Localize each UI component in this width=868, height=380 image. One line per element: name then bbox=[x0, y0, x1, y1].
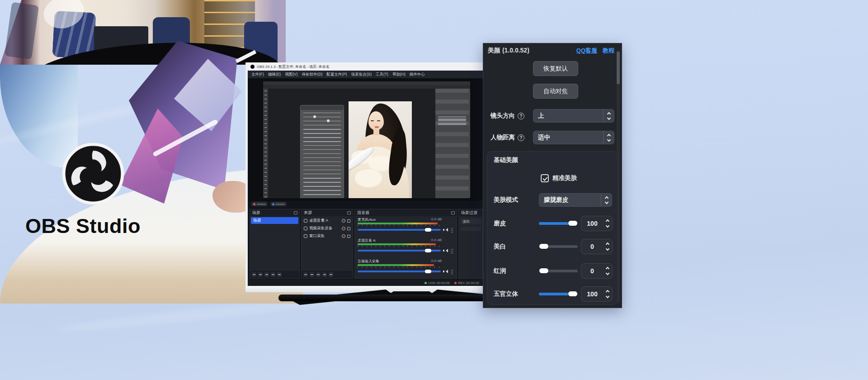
add-icon[interactable] bbox=[252, 272, 256, 277]
transition-dock-header[interactable]: 场景过渡 bbox=[459, 209, 482, 216]
select-spinner-icon[interactable] bbox=[603, 109, 614, 122]
menu-tools[interactable]: 工具(T) bbox=[376, 72, 388, 77]
speaker-icon[interactable] bbox=[443, 228, 447, 232]
spinbox-arrows-icon[interactable] bbox=[606, 287, 609, 301]
scene-item-selected[interactable]: 场景 bbox=[251, 217, 298, 224]
lock-icon[interactable] bbox=[347, 227, 350, 230]
volume-slider[interactable] bbox=[358, 271, 441, 272]
ps-dialog-art bbox=[300, 105, 344, 198]
rosy-slider[interactable] bbox=[539, 270, 578, 272]
volume-slider-handle[interactable] bbox=[425, 249, 431, 252]
rosy-slider-row: 红润 0 bbox=[487, 263, 618, 279]
remove-icon[interactable] bbox=[310, 272, 314, 277]
smoothing-spinbox[interactable]: 100 bbox=[581, 216, 613, 231]
move-up-icon[interactable] bbox=[271, 272, 275, 277]
menu-profile[interactable]: 配置文件(P) bbox=[326, 72, 347, 77]
slider-handle[interactable] bbox=[539, 268, 549, 274]
preview-chip[interactable] bbox=[270, 202, 287, 206]
qq-support-link[interactable]: QQ客服 bbox=[576, 47, 597, 55]
properties-icon[interactable] bbox=[316, 272, 321, 277]
visibility-icon[interactable] bbox=[342, 227, 345, 230]
menu-view[interactable]: 视图(V) bbox=[285, 72, 297, 77]
beauty-panel-title: 美颜 (1.0.0.52) bbox=[488, 47, 571, 55]
transition-dock: 场景过渡 淡出 bbox=[458, 209, 483, 279]
photoshop-capture bbox=[263, 81, 470, 198]
channel-options-icon[interactable] bbox=[450, 269, 454, 275]
preview-chip[interactable] bbox=[251, 202, 268, 206]
channel-options-icon[interactable] bbox=[450, 248, 454, 254]
audio-source-icon bbox=[304, 219, 307, 223]
add-icon[interactable] bbox=[303, 272, 308, 277]
source-row[interactable]: 窗口采集 bbox=[302, 233, 352, 240]
mixer-channel: 音频输入采集 0.0 dB bbox=[356, 258, 455, 280]
slider-handle[interactable] bbox=[539, 243, 549, 249]
whitening-slider[interactable] bbox=[539, 245, 578, 248]
basic-beauty-group: 基础美颜 精准美肤 美肤模式 朦胧磨皮 磨皮 100 bbox=[487, 151, 618, 305]
skin-mode-select[interactable]: 朦胧磨皮 bbox=[539, 193, 612, 207]
volume-slider-handle[interactable] bbox=[425, 228, 431, 232]
speaker-icon[interactable] bbox=[443, 249, 447, 252]
menu-docks[interactable]: 停靠部件(D) bbox=[302, 72, 323, 77]
dock-menu-icon[interactable] bbox=[294, 211, 297, 214]
face-3d-spinbox[interactable]: 100 bbox=[581, 286, 613, 302]
autofocus-button[interactable]: 自动对焦 bbox=[533, 84, 578, 99]
help-icon[interactable]: ? bbox=[518, 113, 524, 119]
help-icon[interactable]: ? bbox=[518, 134, 524, 141]
select-spinner-icon[interactable] bbox=[601, 194, 612, 206]
volume-slider[interactable] bbox=[358, 250, 441, 252]
face-3d-slider[interactable] bbox=[539, 293, 578, 295]
spinbox-arrows-icon[interactable] bbox=[606, 264, 609, 278]
smoothing-slider[interactable] bbox=[539, 222, 578, 225]
transition-duration[interactable] bbox=[461, 227, 481, 231]
transition-select[interactable]: 淡出 bbox=[461, 218, 481, 224]
channel-options-icon[interactable] bbox=[450, 228, 454, 233]
lock-icon[interactable] bbox=[347, 219, 350, 223]
select-spinner-icon[interactable] bbox=[603, 131, 614, 144]
visibility-icon[interactable] bbox=[342, 234, 345, 238]
visibility-icon[interactable] bbox=[342, 219, 345, 223]
mixer-dock-header[interactable]: 混音器 bbox=[355, 209, 457, 216]
menu-scene-collection[interactable]: 场景集合(S) bbox=[351, 72, 372, 77]
obs-preview-area[interactable] bbox=[248, 78, 483, 201]
background-photo-gaming-room bbox=[0, 0, 286, 65]
move-up-icon[interactable] bbox=[322, 272, 327, 277]
sources-dock-header[interactable]: 来源 bbox=[302, 209, 353, 216]
whitening-spinbox[interactable]: 0 bbox=[581, 239, 613, 254]
menu-help[interactable]: 帮助(H) bbox=[392, 72, 406, 77]
lens-direction-select[interactable]: 上 bbox=[533, 109, 614, 123]
duplicate-icon[interactable] bbox=[264, 272, 269, 277]
source-row[interactable]: 视频采集设备 bbox=[302, 225, 352, 232]
scenes-dock-header[interactable]: 场景 bbox=[250, 209, 299, 216]
obs-preview-chips bbox=[251, 202, 287, 206]
restore-default-button[interactable]: 恢复默认 bbox=[533, 61, 578, 76]
volume-slider[interactable] bbox=[358, 229, 441, 231]
dock-menu-icon[interactable] bbox=[451, 211, 455, 214]
source-row[interactable]: 桌面音量 A bbox=[302, 217, 352, 224]
obs-window: OBS 29.1.3 - 配置文件: 未命名 - 场景: 未命名 文件(F) 编… bbox=[248, 62, 483, 286]
checkbox-checked-icon[interactable] bbox=[541, 174, 549, 182]
spinbox-arrows-icon[interactable] bbox=[606, 216, 609, 231]
dock-menu-icon[interactable] bbox=[347, 211, 351, 214]
lock-icon[interactable] bbox=[347, 235, 350, 238]
menu-file[interactable]: 文件(F) bbox=[251, 72, 264, 77]
scrollbar-thumb[interactable] bbox=[617, 52, 620, 84]
ps-dialog-knob-art bbox=[327, 119, 330, 122]
obs-titlebar[interactable]: OBS 29.1.3 - 配置文件: 未命名 - 场景: 未命名 bbox=[248, 62, 483, 71]
rosy-spinbox[interactable]: 0 bbox=[581, 263, 613, 279]
portrait-photo bbox=[349, 101, 412, 198]
spinbox-arrows-icon[interactable] bbox=[606, 239, 609, 254]
tutorial-link[interactable]: 教程 bbox=[603, 47, 614, 55]
speaker-icon[interactable] bbox=[443, 270, 447, 273]
remove-icon[interactable] bbox=[258, 272, 263, 277]
volume-meter bbox=[358, 223, 441, 224]
precise-skin-row[interactable]: 精准美肤 bbox=[541, 174, 577, 182]
menu-edit[interactable]: 编辑(E) bbox=[268, 72, 281, 77]
menu-plugin-center[interactable]: 插件中心 bbox=[410, 72, 425, 77]
move-down-icon[interactable] bbox=[277, 272, 282, 277]
volume-slider-handle[interactable] bbox=[425, 270, 431, 273]
slider-handle[interactable] bbox=[568, 291, 578, 297]
slider-handle[interactable] bbox=[568, 220, 578, 226]
person-distance-select[interactable]: 适中 bbox=[533, 131, 614, 144]
move-down-icon[interactable] bbox=[329, 272, 333, 277]
window-source-icon bbox=[304, 234, 307, 238]
